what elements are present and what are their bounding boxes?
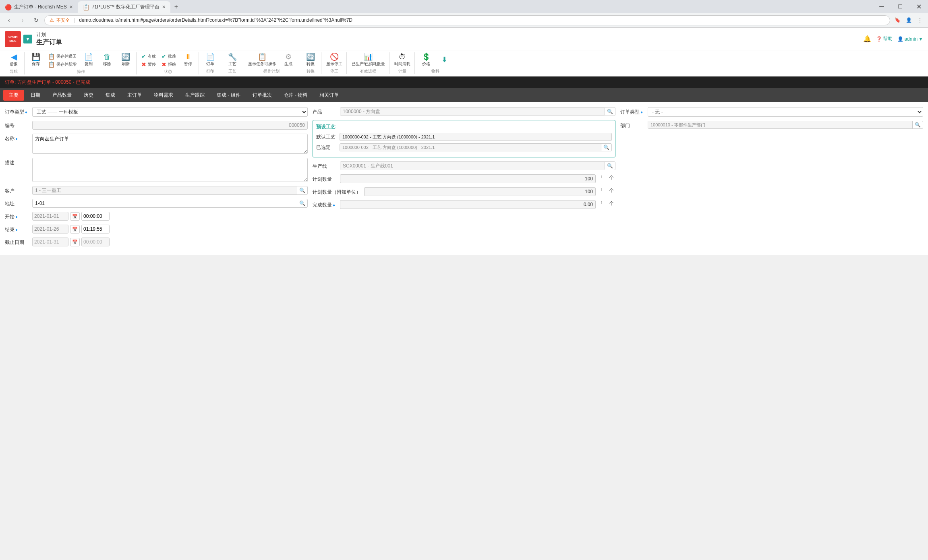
completed-qty-input[interactable]	[340, 200, 596, 209]
description-textarea[interactable]	[32, 158, 308, 182]
save-button[interactable]: 💾 保存	[27, 52, 45, 68]
invalid-button[interactable]: ✖ 暂停	[139, 61, 158, 68]
remove-button[interactable]: 🗑 移除	[98, 52, 116, 68]
customer-input[interactable]	[33, 186, 297, 194]
user-menu[interactable]: 👤 admin ▼	[897, 36, 923, 42]
toolbar-group-print-label: 打印	[206, 68, 214, 74]
selected-process-field[interactable]: 🔍	[340, 143, 612, 151]
forward-nav-button[interactable]: ›	[17, 14, 28, 26]
tab-main-order[interactable]: 主订单	[122, 90, 147, 101]
settings-icon[interactable]: ⋮	[915, 15, 925, 25]
maximize-button[interactable]: □	[891, 0, 909, 13]
selected-process-search-btn[interactable]: 🔍	[601, 144, 611, 151]
tab-close-2[interactable]: ✕	[162, 4, 166, 10]
planned-qty-addon-up[interactable]: ↑	[599, 187, 604, 192]
customer-search-btn[interactable]: 🔍	[297, 187, 307, 194]
deadline-label: 截止日期	[5, 238, 29, 246]
address-search-btn[interactable]: 🔍	[297, 200, 307, 207]
approve-reject-split: ✔ 批准 ✖ 拒绝	[159, 52, 178, 68]
tab-order-batch[interactable]: 订单批次	[247, 90, 278, 101]
completed-qty-up[interactable]: ↑	[599, 200, 604, 205]
reject-button[interactable]: ✖ 拒绝	[159, 61, 178, 68]
production-line-input[interactable]	[340, 162, 605, 170]
start-date-picker[interactable]: 📅	[70, 212, 80, 221]
product-search-btn[interactable]: 🔍	[605, 108, 615, 115]
invalid-icon: ✖	[141, 61, 146, 68]
production-line-field[interactable]: 🔍	[340, 161, 615, 170]
start-time-input[interactable]	[81, 212, 110, 221]
production-line-search-btn[interactable]: 🔍	[605, 162, 615, 169]
tab-history[interactable]: 历史	[78, 90, 99, 101]
approve-button[interactable]: ✔ 批准	[159, 52, 178, 60]
end-time-input[interactable]	[81, 225, 110, 234]
deadline-time-input[interactable]	[81, 238, 110, 246]
tab-related-order[interactable]: 相关订单	[314, 90, 344, 101]
bookmark-icon[interactable]: 🔖	[893, 15, 902, 25]
number-input[interactable]	[32, 121, 308, 130]
tab-warehouse-material[interactable]: 仓库 - 物料	[278, 90, 313, 101]
tab-main[interactable]: 主要	[3, 90, 24, 101]
planned-qty-input[interactable]	[340, 174, 596, 183]
copy-button[interactable]: 📄 复制	[80, 52, 97, 68]
close-button[interactable]: ✕	[909, 0, 928, 13]
tab-71plus[interactable]: 📋 71PLUS™ 数字化工厂管理平台 ✕	[78, 1, 170, 13]
produce-button[interactable]: ⚙ 生成	[280, 52, 297, 68]
help-button[interactable]: ❓ 帮助	[876, 35, 893, 42]
produced-consumed-button[interactable]: 📊 已生产/已消耗数量	[349, 52, 387, 68]
convert-button[interactable]: 🔄 转换	[302, 52, 319, 68]
reload-button[interactable]: ↻	[31, 14, 42, 26]
department-input[interactable]	[648, 121, 912, 128]
tab-integration-assembly[interactable]: 集成 - 组件	[211, 90, 246, 101]
end-date-input[interactable]	[32, 225, 68, 234]
tab-integration[interactable]: 集成	[100, 90, 121, 101]
save-new-button[interactable]: 📋 保存并新增	[46, 61, 79, 68]
show-task-button[interactable]: 📋 显示任务可操作	[246, 52, 279, 68]
price-button[interactable]: 💲 价格	[417, 52, 435, 68]
right-order-type-select[interactable]: - 无 -	[648, 107, 923, 117]
tab-product-qty[interactable]: 产品数量	[47, 90, 77, 101]
deadline-date-input[interactable]	[32, 238, 68, 246]
craft-button[interactable]: 🔧 工艺	[224, 52, 241, 68]
order-type-dropdown[interactable]: 工艺 —— 一种模板	[33, 107, 307, 116]
department-field[interactable]: 🔍	[648, 121, 923, 129]
new-tab-button[interactable]: +	[170, 1, 182, 13]
right-order-type-label: 订单类型 ●	[620, 107, 644, 116]
breadcrumb-text: 订单: 方向盘生产订单 - 000050 - 已完成	[5, 79, 90, 85]
logo-dropdown[interactable]: ▼	[23, 35, 32, 43]
tab-close-1[interactable]: ✕	[69, 4, 73, 10]
name-textarea[interactable]: 方向盘生产订单	[32, 134, 308, 154]
address-input[interactable]	[33, 199, 297, 207]
selected-process-input[interactable]	[340, 144, 601, 151]
time-consume-button[interactable]: ⏱ 时间消耗	[392, 52, 413, 68]
profile-icon[interactable]: 👤	[904, 15, 914, 25]
tab-date[interactable]: 日期	[25, 90, 46, 101]
product-input[interactable]	[340, 107, 605, 116]
deadline-date-picker[interactable]: 📅	[70, 238, 80, 246]
address-icons: 🔖 👤 ⋮	[893, 15, 925, 25]
planned-qty-up[interactable]: ↑	[599, 174, 604, 179]
valid-button[interactable]: ✔ 有效	[139, 52, 158, 60]
download-button[interactable]: ⬇	[436, 55, 454, 65]
product-field[interactable]: 🔍	[340, 107, 615, 116]
url-input[interactable]: ⚠ 不安全 | demo.cloudmes.io/main.html#page/…	[44, 15, 890, 25]
order-type-select[interactable]: 工艺 —— 一种模板	[32, 107, 308, 117]
order-print-button[interactable]: 📄 订单	[201, 52, 219, 68]
notification-icon[interactable]: 🔔	[863, 35, 871, 43]
end-date-picker[interactable]: 📅	[70, 225, 80, 234]
tab-production-order[interactable]: 🔴 生产订单 - Ricefish MES ✕	[0, 1, 78, 13]
refresh-button[interactable]: 🔄 刷新	[117, 52, 135, 68]
pause-button[interactable]: ⏸ 暂停	[179, 52, 197, 68]
address-field[interactable]: 🔍	[32, 199, 308, 208]
show-stop-button[interactable]: 🚫 显示停工	[324, 52, 345, 68]
tab-material-req[interactable]: 物料需求	[148, 90, 179, 101]
tab-production-track[interactable]: 生产跟踪	[180, 90, 210, 101]
right-order-type-dropdown[interactable]: - 无 -	[648, 107, 923, 116]
start-date-input[interactable]	[32, 212, 68, 221]
customer-field[interactable]: 🔍	[32, 186, 308, 195]
minimize-button[interactable]: ─	[872, 0, 891, 13]
planned-qty-addon-input[interactable]	[364, 187, 596, 196]
back-nav-button[interactable]: ‹	[3, 14, 14, 26]
back-button[interactable]: ◀ 后退	[5, 52, 23, 68]
department-search-btn[interactable]: 🔍	[912, 121, 923, 128]
save-return-button[interactable]: 📋 保存并返回	[46, 52, 79, 60]
